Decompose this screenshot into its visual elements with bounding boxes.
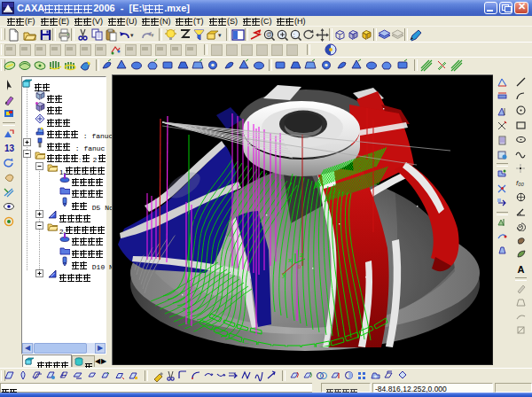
- svg-text:13: 13: [4, 144, 15, 153]
- svg-text:y: y: [282, 270, 286, 278]
- svg-text:A: A: [518, 264, 525, 275]
- svg-text:@: @: [266, 31, 272, 37]
- svg-text::: :: [293, 31, 295, 39]
- svg-text:x: x: [288, 256, 292, 264]
- svg-text:z: z: [300, 251, 303, 259]
- svg-text:f₀₀: f₀₀: [516, 179, 525, 187]
